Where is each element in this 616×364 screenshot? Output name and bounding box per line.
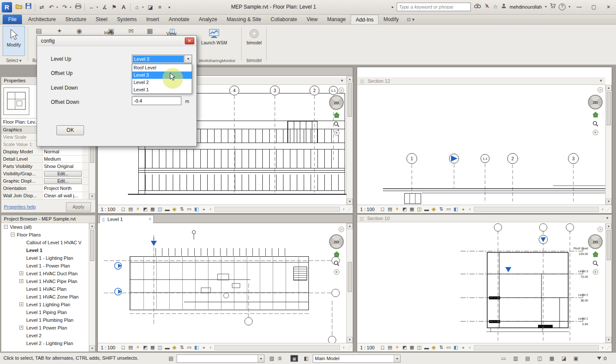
thin-lines-button[interactable]: ≡: [156, 3, 164, 12]
reveal-hidden-icon[interactable]: ◉: [171, 206, 178, 212]
navbar-options-icon[interactable]: ▾: [334, 269, 339, 275]
detail-level-icon[interactable]: ◻: [120, 345, 127, 350]
resize-grip[interactable]: ⋰: [606, 207, 612, 212]
property-row[interactable]: Graphic Displ...Edit...: [1, 177, 89, 185]
undo-button[interactable]: ↶: [47, 3, 56, 12]
scroll-down-icon[interactable]: ▼: [606, 199, 612, 205]
hide-isolate-icon[interactable]: ▬: [423, 345, 430, 350]
view-vertical-scrollbar[interactable]: ▲ ▼: [346, 76, 353, 205]
zoom-icon[interactable]: [591, 121, 599, 128]
visual-style-icon[interactable]: ▤: [127, 345, 134, 350]
tree-item[interactable]: Level 1 - Lighting Plan: [1, 254, 81, 262]
worksharing-display-icon[interactable]: ⇅: [178, 345, 186, 350]
tab-annotate[interactable]: Annotate: [164, 15, 194, 24]
modify-button[interactable]: Modify: [3, 26, 25, 56]
zoom-icon[interactable]: [333, 121, 340, 128]
hide-isolate-icon[interactable]: ▬: [164, 207, 171, 212]
scroll-right-icon[interactable]: ›: [600, 345, 606, 350]
property-row[interactable]: OrientationProject North: [1, 185, 89, 192]
temp-view-properties-icon[interactable]: ▭: [445, 345, 452, 350]
search-icon[interactable]: [474, 2, 481, 12]
scroll-right-icon[interactable]: ›: [341, 207, 347, 212]
horizontal-scrollbar[interactable]: [474, 345, 599, 350]
view-tab-strip[interactable]: ▯ Level 1 ×: [98, 215, 353, 223]
drawing-canvas[interactable]: × 2D ▾: [98, 223, 353, 343]
steering-wheel-icon[interactable]: 2D: [329, 234, 344, 249]
help-dropdown-icon[interactable]: ▾: [569, 2, 570, 12]
sun-path-icon[interactable]: ☀: [134, 345, 142, 350]
user-dropdown-icon[interactable]: ▾: [545, 2, 547, 12]
analytical-model-icon[interactable]: ◧: [452, 345, 460, 350]
scroll-left-icon[interactable]: ‹: [208, 345, 214, 350]
crop-view-icon[interactable]: ▦: [408, 345, 416, 350]
scroll-up-icon[interactable]: ▲: [347, 76, 353, 82]
tab-architecture[interactable]: Architecture: [23, 15, 60, 24]
status-toggle-icon[interactable]: ▦: [290, 355, 298, 362]
favorites-star-icon[interactable]: ☆: [493, 2, 498, 12]
ribbon-tool-icon[interactable]: ▦: [145, 26, 155, 36]
redo-button[interactable]: ↷: [60, 3, 69, 12]
home-icon[interactable]: [333, 112, 340, 119]
scroll-up-icon[interactable]: ▲: [606, 223, 612, 229]
tab-view[interactable]: View: [302, 15, 323, 24]
reveal-hidden-icon[interactable]: ◉: [430, 345, 438, 350]
analytical-model-icon[interactable]: ◧: [452, 206, 460, 212]
help-icon[interactable]: ?: [559, 3, 566, 10]
print-button[interactable]: [74, 3, 82, 12]
resize-grip[interactable]: ⋰: [606, 345, 612, 350]
sun-path-icon[interactable]: ☀: [394, 345, 401, 350]
ribbon-display-toggle[interactable]: ⊡ ▾: [407, 15, 415, 24]
scroll-right-icon[interactable]: ›: [341, 345, 347, 350]
maximize-button[interactable]: ▢: [588, 2, 600, 12]
navbar-options-icon[interactable]: ▾: [334, 130, 339, 136]
design-option-dropdown[interactable]: Main Model▼: [313, 355, 401, 363]
worksharing-display-icon[interactable]: ⇅: [438, 206, 445, 212]
aligned-dimension-button[interactable]: ∡: [100, 3, 109, 12]
measure-button[interactable]: ↔: [87, 3, 96, 12]
help-search-input[interactable]: [397, 3, 471, 11]
visual-style-icon[interactable]: ▤: [386, 206, 394, 212]
scroll-left-icon[interactable]: ‹: [208, 207, 214, 212]
tab-steel[interactable]: Steel: [91, 15, 112, 24]
detail-level-icon[interactable]: ◻: [120, 206, 127, 212]
analytical-model-icon[interactable]: ◧: [193, 345, 200, 350]
dialog-title-bar[interactable]: config: [37, 36, 196, 46]
text-button[interactable]: A: [119, 3, 128, 12]
qat-expand-icon[interactable]: ▸: [392, 2, 394, 12]
temp-view-properties-icon[interactable]: ▭: [186, 206, 193, 212]
tab-collaborate[interactable]: Collaborate: [266, 15, 302, 24]
scale-button[interactable]: 1 : 100: [360, 207, 375, 212]
tab-insert[interactable]: Insert: [141, 15, 164, 24]
selection-toggle-icon[interactable]: ▣: [572, 355, 580, 362]
zoom-icon[interactable]: [591, 260, 599, 267]
ok-button[interactable]: OK: [56, 125, 84, 135]
edit-button[interactable]: Edit...: [44, 178, 82, 184]
save-button[interactable]: [24, 3, 33, 12]
selection-toggle-icon[interactable]: ◪: [560, 355, 568, 362]
shadows-icon[interactable]: ◩: [142, 206, 149, 212]
crop-view-icon[interactable]: ▦: [149, 345, 156, 350]
hide-isolate-icon[interactable]: ▬: [164, 345, 171, 350]
scrollbar-thumb[interactable]: [348, 83, 352, 117]
worksharing-display-icon[interactable]: ⇅: [178, 206, 186, 212]
launch-wsm-button[interactable]: Launch WSM: [201, 26, 227, 56]
apply-button[interactable]: Apply: [66, 202, 91, 212]
view-vertical-scrollbar[interactable]: ▲ ▼: [605, 223, 612, 343]
scale-button[interactable]: 1 : 100: [360, 345, 375, 350]
horizontal-scrollbar[interactable]: [215, 345, 340, 350]
scale-button[interactable]: 1 : 100: [101, 345, 115, 350]
visual-style-icon[interactable]: ▤: [386, 345, 394, 350]
view-tab-level-1[interactable]: ▯ Level 1 ×: [100, 215, 154, 223]
resize-grip[interactable]: ⋰: [347, 345, 353, 350]
hide-isolate-icon[interactable]: ▬: [423, 207, 430, 212]
select-by-face-icon[interactable]: ◫: [536, 355, 544, 362]
view-title-bar[interactable]: ◫ Section 10 ▼: [357, 215, 612, 222]
tree-item[interactable]: Callout of Level 1 HVAC V: [1, 239, 81, 246]
crop-region-icon[interactable]: ◫: [156, 345, 164, 350]
crop-view-icon[interactable]: ▦: [408, 206, 416, 212]
tag-button[interactable]: ⚑: [110, 3, 118, 12]
scrollbar-thumb[interactable]: [90, 230, 94, 261]
notification-icon[interactable]: [484, 2, 490, 12]
3d-dropdown-icon[interactable]: ▾: [142, 6, 145, 9]
project-browser-title[interactable]: Project Browser - MEP Sample.rvt: [1, 215, 95, 223]
